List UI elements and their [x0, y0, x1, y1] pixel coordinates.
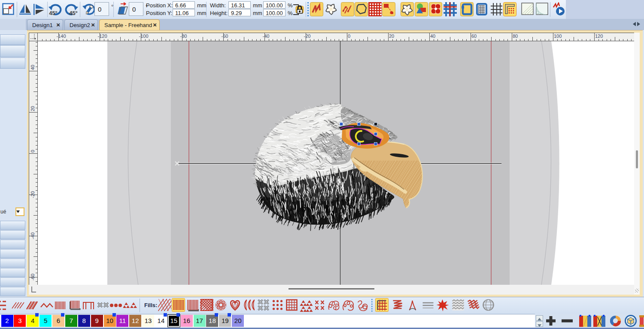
svg-text:45°: 45°	[49, 10, 58, 16]
svg-text:45°: 45°	[69, 10, 78, 16]
